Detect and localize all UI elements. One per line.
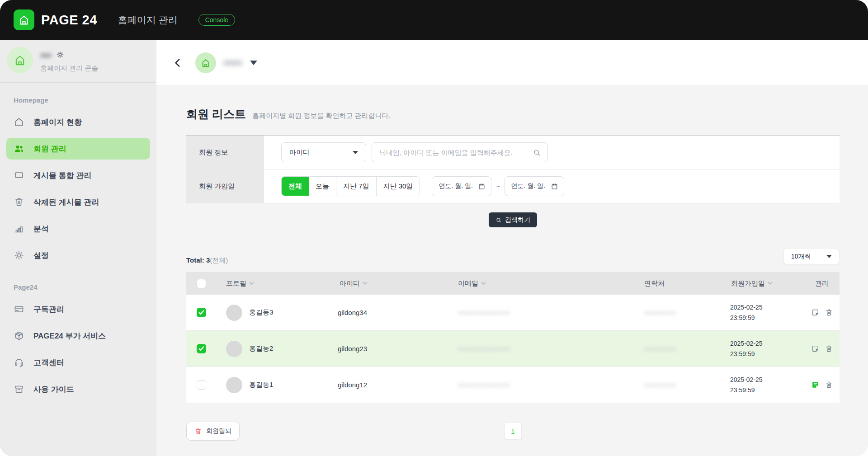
- list-controls: Total: 3(전체) 10개씩: [186, 248, 840, 265]
- joined-time: 23:59:59: [730, 313, 804, 323]
- row-checkbox[interactable]: [197, 308, 206, 317]
- select-all-checkbox[interactable]: [197, 279, 206, 288]
- sidebar-profile: ●●● 홈페이지 관리 콘솔: [0, 40, 156, 73]
- period-7days-button[interactable]: 지난 7일: [336, 177, 377, 196]
- total-suffix: (전체): [210, 256, 228, 264]
- column-header-joined[interactable]: 회원가입일: [731, 279, 765, 288]
- sidebar-item-label: 설정: [33, 250, 49, 261]
- member-name: 홍길동2: [249, 344, 273, 353]
- row-checkbox[interactable]: [197, 380, 206, 390]
- bar-chart-icon: [14, 223, 24, 234]
- member-joined-datetime: 2025-02-25 23:59:59: [729, 338, 804, 359]
- sidebar-item-settings[interactable]: 설정: [6, 244, 150, 266]
- avatar: [226, 305, 242, 321]
- member-id: gildong12: [338, 381, 449, 389]
- sidebar-item-customer-center[interactable]: 고객센터: [6, 352, 150, 373]
- calendar-icon: [551, 183, 558, 190]
- member-phone-redacted: ●●●●●●●●: [637, 381, 729, 388]
- period-all-button[interactable]: 전체: [282, 177, 309, 196]
- trash-icon: [14, 197, 24, 207]
- profile-name-redacted: ●●●: [40, 51, 51, 59]
- sidebar-divider: [0, 82, 156, 83]
- column-header-profile[interactable]: 프로필: [226, 279, 246, 288]
- sidebar-item-label: PAGE24 부가 서비스: [33, 331, 106, 341]
- page-size-value: 10개씩: [791, 253, 811, 261]
- sort-chevron-icon[interactable]: [768, 282, 773, 285]
- caret-down-icon: [353, 151, 358, 154]
- caret-down-icon: [826, 255, 832, 258]
- profile-info: ●●● 홈페이지 관리 콘솔: [40, 47, 98, 73]
- page-size-select[interactable]: 10개씩: [783, 248, 840, 265]
- sidebar-item-user-guide[interactable]: 사용 가이드: [6, 378, 150, 400]
- trash-icon: [194, 428, 202, 435]
- home-icon: [13, 53, 27, 67]
- member-withdraw-button[interactable]: 회원탈퇴: [186, 422, 240, 441]
- member-email-redacted: ●●●●●●●●●●●●●: [449, 309, 637, 316]
- search-button-label: 검색하기: [505, 216, 530, 224]
- member-id: gildong34: [338, 309, 449, 316]
- avatar: [226, 341, 242, 357]
- site-name-redacted: ●●●●: [223, 58, 242, 67]
- search-type-select[interactable]: 아이디: [281, 142, 366, 162]
- sidebar-item-addon-services[interactable]: PAGE24 부가 서비스: [6, 325, 150, 347]
- period-30days-button[interactable]: 지난 30일: [377, 177, 420, 196]
- sort-chevron-icon[interactable]: [249, 282, 254, 285]
- trash-icon[interactable]: [825, 344, 833, 353]
- memo-icon[interactable]: [811, 344, 820, 353]
- sidebar: ●●● 홈페이지 관리 콘솔 Homepage: [0, 40, 156, 456]
- member-joined-datetime: 2025-02-25 23:59:59: [729, 375, 804, 395]
- sidebar-item-subscription[interactable]: 구독관리: [6, 298, 150, 320]
- row-checkbox[interactable]: [197, 344, 206, 353]
- sidebar-item-analytics[interactable]: 분석: [6, 218, 150, 240]
- calendar-icon: [478, 183, 486, 190]
- sidebar-item-label: 구독관리: [33, 304, 64, 315]
- profile-avatar: [7, 47, 33, 73]
- sidebar-item-homepage-status[interactable]: 홈페이지 현황: [6, 111, 150, 133]
- sort-chevron-icon[interactable]: [363, 282, 368, 285]
- nav-section-page24: Page24: [6, 283, 150, 291]
- search-field: [372, 142, 548, 162]
- sidebar-item-label: 삭제된 게시물 관리: [33, 197, 99, 207]
- member-name: 홍길동3: [249, 308, 273, 317]
- page-1-button[interactable]: 1: [505, 423, 522, 440]
- search-icon[interactable]: [533, 148, 541, 157]
- search-submit-button[interactable]: 검색하기: [489, 212, 537, 227]
- sidebar-item-label: 게시물 통합 관리: [33, 170, 91, 181]
- console-badge[interactable]: Console: [198, 14, 235, 26]
- sort-chevron-icon[interactable]: [481, 282, 486, 285]
- joined-date: 2025-02-25: [730, 302, 804, 312]
- gear-icon[interactable]: [56, 51, 64, 59]
- trash-icon[interactable]: [825, 308, 833, 317]
- package-icon: [14, 330, 24, 341]
- member-name: 홍길동1: [249, 381, 273, 389]
- memo-icon-active[interactable]: [811, 381, 820, 389]
- home-icon: [14, 117, 24, 127]
- sidebar-item-label: 사용 가이드: [33, 384, 74, 395]
- pagination: 1: [505, 423, 522, 440]
- column-header-id[interactable]: 아이디: [340, 279, 360, 288]
- member-search-input[interactable]: [379, 149, 533, 156]
- page24-logo[interactable]: [14, 9, 34, 30]
- page-content: 회원 리스트 홈페이지별 회원 정보를 확인하고 관리합니다. 회원 정보 아이…: [156, 86, 868, 441]
- sidebar-item-label: 홈페이지 현황: [33, 117, 82, 127]
- member-email-redacted: ●●●●●●●●●●●●●: [449, 381, 637, 388]
- sidebar-item-deleted-posts[interactable]: 삭제된 게시물 관리: [6, 191, 150, 213]
- joined-time: 23:59:59: [730, 349, 804, 359]
- back-button[interactable]: [172, 57, 184, 69]
- column-header-email[interactable]: 이메일: [458, 279, 478, 288]
- filter-label: 회원 정보: [186, 136, 264, 169]
- filter-row-member-info: 회원 정보 아이디: [186, 136, 840, 169]
- date-to-input[interactable]: 연도. 월. 일.: [505, 176, 564, 196]
- archive-icon: [14, 384, 24, 395]
- joined-time: 23:59:59: [730, 385, 804, 395]
- trash-icon[interactable]: [825, 381, 833, 389]
- sidebar-item-post-management[interactable]: 게시물 통합 관리: [6, 165, 150, 186]
- period-today-button[interactable]: 오늘: [309, 177, 336, 196]
- memo-icon[interactable]: [811, 308, 820, 317]
- member-id: gildong23: [338, 345, 449, 353]
- app-window: PAGE 24 홈페이지 관리 Console ●●●: [0, 0, 868, 456]
- date-from-input[interactable]: 연도. 월. 일.: [432, 176, 491, 196]
- total-count: Total: 3(전체): [186, 256, 228, 265]
- sidebar-item-member-management[interactable]: 회원 관리: [6, 138, 150, 160]
- chevron-down-icon[interactable]: [250, 61, 257, 65]
